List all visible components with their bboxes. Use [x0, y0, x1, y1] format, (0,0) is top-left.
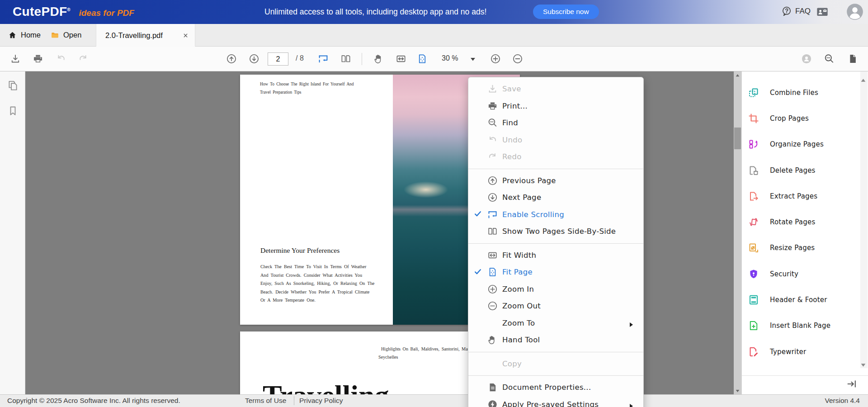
delete-pages-icon [748, 165, 759, 176]
bookmarks-button[interactable] [7, 105, 19, 117]
panel-item-delete-pages[interactable]: Delete Pages [742, 157, 868, 183]
menu-item-two-pages[interactable]: Show Two Pages Side-By-Side [468, 223, 643, 240]
page-number-input[interactable] [268, 52, 288, 66]
submenu-arrow-icon [629, 402, 633, 407]
faq-button[interactable]: FAQ [781, 6, 811, 17]
promo-text: Unlimited access to all tools, including… [264, 7, 486, 17]
find-icon [824, 53, 835, 64]
privacy-link[interactable]: Privacy Policy [299, 397, 343, 405]
fit-page-button[interactable] [415, 52, 429, 66]
menu-item-zoom-to[interactable]: Zoom To [468, 315, 643, 332]
page-thumbnails-button[interactable] [7, 80, 19, 92]
download-button[interactable] [9, 52, 22, 66]
hand-tool-button[interactable] [372, 52, 386, 66]
panel-item-combine-files[interactable]: Combine Files [742, 80, 868, 105]
menu-item-enable-scrolling[interactable]: Enable Scrolling [468, 206, 643, 223]
organize-pages-icon [748, 139, 759, 150]
pdf-body-text: Check The Best Time To Visit In Terms Of… [260, 263, 374, 305]
menu-item-previous-page[interactable]: Previous Page [468, 172, 643, 189]
combine-files-icon [748, 87, 759, 98]
resize-pages-icon [748, 242, 759, 253]
menu-divider [468, 375, 643, 376]
menu-item-print[interactable]: Print... [468, 98, 643, 115]
panel-item-extract-pages[interactable]: Extract Pages [742, 183, 868, 209]
pages-icon [7, 80, 19, 92]
tab-document[interactable]: 2.0-Travelling.pdf [96, 24, 195, 47]
undo-icon [486, 134, 498, 145]
panel-scrollbar[interactable] [860, 71, 868, 368]
panel-item-header-footer[interactable]: Header & Footer [742, 287, 868, 312]
document-info-button[interactable] [846, 52, 859, 66]
redo-button[interactable] [76, 52, 90, 66]
close-icon[interactable] [183, 33, 189, 38]
previous-page-button[interactable] [225, 52, 238, 66]
panel-item-organize-pages[interactable]: Organize Pages [742, 132, 868, 157]
scrollbar-thumb[interactable] [734, 128, 741, 149]
zoom-out-icon [512, 53, 523, 64]
insert-blank-page-icon [748, 320, 759, 331]
panel-item-insert-blank-page[interactable]: Insert Blank Page [742, 313, 868, 339]
panel-item-security[interactable]: Security [742, 261, 868, 287]
menu-item-find[interactable]: Find [468, 114, 643, 132]
vertical-scrollbar[interactable] [734, 71, 741, 394]
zoom-level-display[interactable]: 30 % [442, 54, 458, 62]
zoom-out-button[interactable] [511, 52, 524, 66]
find-button[interactable] [822, 52, 836, 66]
fit-width-button[interactable] [394, 52, 408, 66]
tab-home[interactable]: Home [8, 24, 41, 46]
panel-item-resize-pages[interactable]: Resize Pages [742, 235, 868, 261]
crop-icon [748, 113, 759, 124]
print-icon [33, 53, 43, 64]
account-status-button[interactable] [800, 52, 813, 66]
menu-item-hand-tool[interactable]: Hand Tool [468, 331, 643, 349]
logo-tagline: ideas for PDF [79, 8, 134, 18]
contact-icon[interactable] [816, 7, 828, 17]
two-pages-button[interactable] [339, 52, 353, 66]
pdf-page2-big-title: Travelling [263, 381, 389, 394]
top-banner: CutePDF® ideas for PDF Unlimited access … [0, 0, 868, 24]
enable-scrolling-button[interactable] [316, 52, 330, 66]
two-pages-icon [486, 226, 498, 237]
undo-button[interactable] [54, 52, 68, 66]
menu-item-zoom-out[interactable]: Zoom Out [468, 298, 643, 315]
panel-item-crop-pages[interactable]: Crop Pages [742, 105, 868, 131]
zoom-out-icon [486, 301, 498, 312]
print-icon [486, 100, 498, 111]
scroll-down-arrow[interactable] [734, 387, 741, 394]
panel-item-rotate-pages[interactable]: Rotate Pages [742, 209, 868, 235]
menu-item-document-properties[interactable]: Document Properties... [468, 379, 643, 396]
terms-link[interactable]: Terms of Use [245, 397, 286, 405]
menu-item-fit-page[interactable]: Fit Page [468, 264, 643, 281]
next-page-button[interactable] [247, 52, 261, 66]
chevron-down-icon[interactable] [470, 57, 476, 62]
submenu-arrow-icon [629, 321, 633, 326]
menu-item-apply-presaved[interactable]: Apply Pre-saved Settings [468, 396, 643, 407]
toolbar: / 8 30 % [0, 47, 868, 71]
menu-item-next-page[interactable]: Next Page [468, 189, 643, 206]
redo-icon [486, 151, 498, 162]
scroll-up-arrow[interactable] [734, 71, 741, 79]
menu-item-save[interactable]: Save [468, 80, 643, 98]
menu-item-zoom-in[interactable]: Zoom In [468, 281, 643, 298]
panel-item-typewriter[interactable]: Typewriter [742, 339, 868, 364]
menu-divider [468, 352, 643, 352]
menu-divider [468, 243, 643, 244]
panel-footer [742, 375, 868, 394]
pdf-page1-title: How To Choose The Right Island For Yours… [260, 80, 354, 96]
panel-scroll-down-arrow[interactable] [861, 361, 866, 365]
user-avatar[interactable] [846, 3, 863, 20]
print-button[interactable] [31, 52, 45, 66]
subscribe-button[interactable]: Subscribe now [533, 5, 599, 19]
tab-open[interactable]: Open [51, 24, 81, 46]
menu-item-undo[interactable]: Undo [468, 132, 643, 149]
panel-scroll-up-arrow[interactable] [861, 76, 866, 80]
check-icon [474, 268, 484, 277]
menu-item-redo[interactable]: Redo [468, 148, 643, 166]
rotate-pages-icon [748, 217, 759, 227]
hand-icon [373, 53, 384, 64]
collapse-panel-icon[interactable] [846, 379, 858, 390]
content-area: How To Choose The Right Island For Yours… [0, 71, 868, 394]
menu-item-copy[interactable]: Copy [468, 355, 643, 373]
menu-item-fit-width[interactable]: Fit Width [468, 247, 643, 264]
zoom-in-button[interactable] [489, 52, 502, 66]
